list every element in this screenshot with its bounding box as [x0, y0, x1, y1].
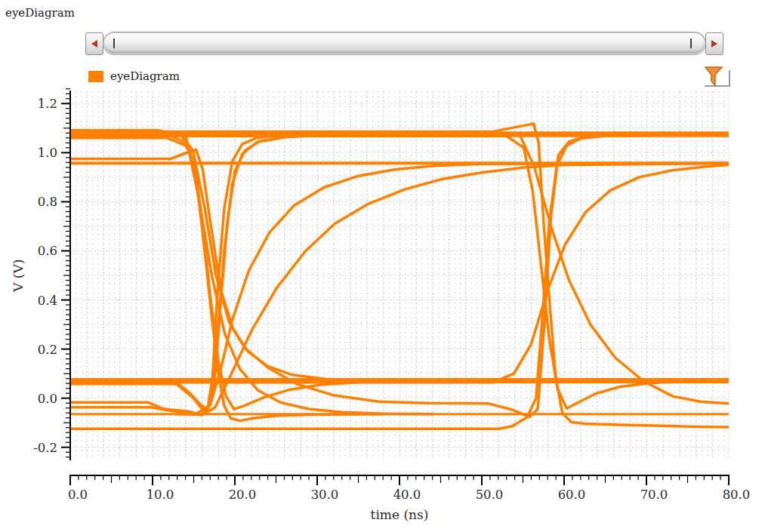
svg-text:40.0: 40.0	[393, 487, 421, 502]
eye-diagram-plot: -0.20.00.20.40.60.81.01.2V (V)0.010.020.…	[0, 0, 765, 532]
svg-text:time (ns): time (ns)	[371, 507, 429, 522]
svg-text:60.0: 60.0	[558, 487, 586, 502]
svg-text:0.0: 0.0	[68, 487, 88, 502]
eyediagram-window: eyeDiagram eyeDiagram -0.20.00.20.40.60.…	[0, 0, 765, 532]
svg-text:0.0: 0.0	[38, 392, 57, 406]
svg-text:0.8: 0.8	[38, 195, 57, 209]
svg-text:80.0: 80.0	[723, 487, 751, 502]
svg-text:20.0: 20.0	[229, 487, 257, 502]
svg-text:1.0: 1.0	[38, 146, 57, 160]
svg-text:V (V): V (V)	[11, 259, 26, 292]
svg-text:0.2: 0.2	[38, 343, 57, 357]
svg-text:70.0: 70.0	[640, 487, 668, 502]
svg-text:10.0: 10.0	[147, 487, 174, 502]
svg-text:0.6: 0.6	[38, 244, 57, 258]
svg-text:1.2: 1.2	[38, 97, 57, 111]
svg-text:-0.2: -0.2	[33, 441, 57, 455]
svg-text:0.4: 0.4	[38, 294, 57, 308]
svg-text:30.0: 30.0	[311, 487, 339, 502]
svg-text:50.0: 50.0	[476, 487, 504, 502]
